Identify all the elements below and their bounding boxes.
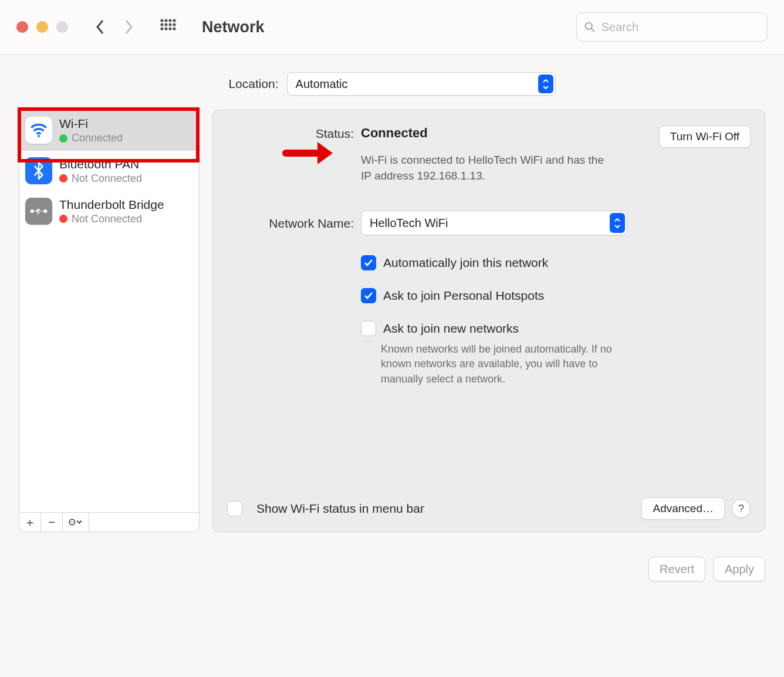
svg-point-2 <box>168 19 171 22</box>
svg-point-12 <box>585 23 592 29</box>
svg-point-11 <box>173 27 175 30</box>
service-status: Not Connected <box>72 172 142 185</box>
status-dot-icon <box>59 215 67 223</box>
svg-point-15 <box>31 210 33 212</box>
sidebar-footer: ＋ − <box>19 513 200 532</box>
svg-point-10 <box>168 27 171 30</box>
annotation-arrow-icon <box>281 137 334 171</box>
svg-point-14 <box>38 135 40 137</box>
svg-point-20 <box>73 522 74 523</box>
svg-marker-22 <box>317 142 333 164</box>
network-name-label: Network Name: <box>227 215 354 231</box>
minimize-window-button[interactable] <box>36 21 48 33</box>
svg-point-5 <box>164 23 167 26</box>
services-sidebar: Wi-Fi Connected Bluetooth PAN <box>19 110 200 532</box>
auto-join-label: Automatically join this network <box>383 256 548 270</box>
toolbar: Network <box>0 0 784 55</box>
location-select[interactable]: Automatic <box>287 72 556 96</box>
revert-button[interactable]: Revert <box>648 557 705 581</box>
svg-point-9 <box>164 27 167 30</box>
advanced-button[interactable]: Advanced… <box>641 497 725 520</box>
window-footer: Revert Apply <box>0 546 784 581</box>
detail-pane: Status: Connected Turn Wi-Fi Off Wi-Fi i… <box>212 110 765 532</box>
add-service-button[interactable]: ＋ <box>19 513 41 532</box>
svg-point-6 <box>168 23 171 26</box>
ask-hotspots-label: Ask to join Personal Hotspots <box>383 289 544 303</box>
forward-button[interactable] <box>119 13 138 41</box>
status-value: Connected <box>361 126 428 141</box>
svg-point-1 <box>164 19 167 22</box>
svg-line-13 <box>591 28 594 32</box>
service-status: Not Connected <box>72 212 142 226</box>
service-name: Bluetooth PAN <box>59 157 142 172</box>
apply-button[interactable]: Apply <box>714 557 765 581</box>
window-title: Network <box>202 18 568 36</box>
svg-point-0 <box>160 19 163 22</box>
svg-point-8 <box>160 27 163 30</box>
svg-point-4 <box>160 23 163 26</box>
auto-join-checkbox[interactable] <box>361 255 376 270</box>
thunderbolt-bridge-icon <box>25 198 52 225</box>
search-field-container[interactable] <box>576 12 768 42</box>
service-name: Thunderbolt Bridge <box>59 197 164 212</box>
svg-point-18 <box>70 522 72 523</box>
status-dot-icon <box>59 174 67 182</box>
svg-point-3 <box>173 19 175 22</box>
select-stepper-icon <box>610 213 625 233</box>
service-status: Connected <box>72 131 123 145</box>
ask-hotspots-checkbox[interactable] <box>361 288 376 303</box>
ask-new-networks-label: Ask to join new networks <box>383 321 519 336</box>
service-name: Wi-Fi <box>59 116 123 131</box>
sidebar-item-wifi[interactable]: Wi-Fi Connected <box>19 110 199 151</box>
sidebar-item-bluetooth-pan[interactable]: Bluetooth PAN Not Connected <box>19 151 199 191</box>
svg-point-16 <box>44 210 46 212</box>
svg-point-19 <box>72 522 73 523</box>
search-input[interactable] <box>600 20 760 35</box>
turn-wifi-off-button[interactable]: Turn Wi-Fi Off <box>659 126 751 148</box>
ask-new-networks-hint: Known networks will be joined automatica… <box>381 342 616 387</box>
ask-new-networks-checkbox[interactable] <box>361 321 376 336</box>
close-window-button[interactable] <box>16 21 28 33</box>
help-button[interactable]: ? <box>732 499 751 518</box>
svg-point-7 <box>173 23 175 26</box>
sidebar-item-thunderbolt-bridge[interactable]: Thunderbolt Bridge Not Connected <box>19 191 199 232</box>
service-actions-menu[interactable] <box>63 513 89 532</box>
wifi-icon <box>25 117 52 144</box>
bluetooth-icon <box>25 157 52 184</box>
status-dot-icon <box>59 134 67 143</box>
remove-service-button[interactable]: − <box>41 513 63 532</box>
back-button[interactable] <box>90 13 110 41</box>
network-name-select[interactable]: HelloTech WiFi <box>361 211 627 235</box>
network-name-value: HelloTech WiFi <box>370 216 448 230</box>
show-all-icon[interactable] <box>155 13 182 40</box>
status-description: Wi-Fi is connected to HelloTech WiFi and… <box>361 153 607 184</box>
traffic-lights <box>16 21 68 33</box>
location-label: Location: <box>228 77 278 91</box>
show-menu-bar-checkbox[interactable] <box>227 501 242 516</box>
location-value: Automatic <box>296 77 348 91</box>
select-stepper-icon <box>538 75 553 93</box>
show-menu-bar-label: Show Wi-Fi status in menu bar <box>256 502 424 516</box>
location-row: Location: Automatic <box>0 55 784 110</box>
zoom-window-button[interactable] <box>56 21 68 33</box>
